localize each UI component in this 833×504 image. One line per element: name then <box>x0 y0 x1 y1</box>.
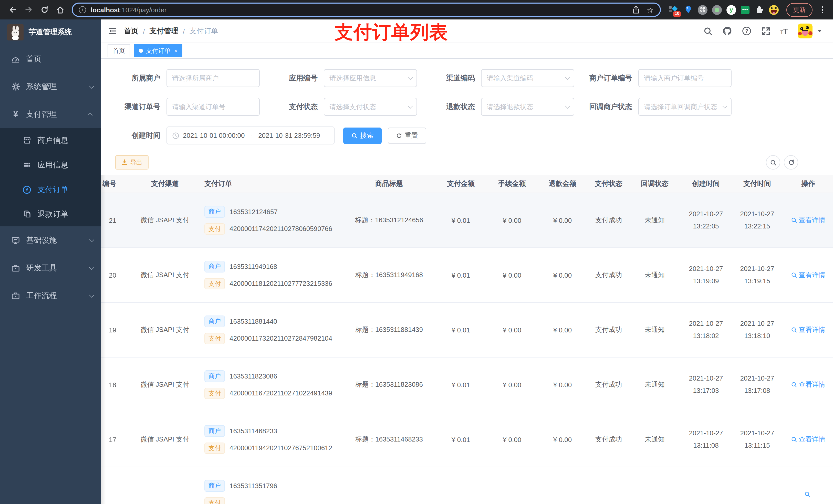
search-icon <box>791 217 797 223</box>
sidebar-item-label: 基础设施 <box>26 235 57 245</box>
browser-back-button[interactable] <box>5 2 20 17</box>
cell-amount: ¥ 0.01 <box>434 193 488 247</box>
view-detail-link[interactable]: 查看详情 <box>791 270 825 280</box>
cell-title: 标题：1635311823086 <box>344 358 434 412</box>
cell-channel: 微信 JSAPI 支付 <box>126 248 204 302</box>
toggle-search-button[interactable] <box>766 155 780 170</box>
cell-amount: ¥ 0.01 <box>434 412 488 466</box>
chevron-down-icon <box>89 237 94 242</box>
url-bar[interactable]: i localhost:1024/pay/order ☆ <box>72 3 661 17</box>
search-icon[interactable] <box>704 26 713 35</box>
sidebar-item-infra[interactable]: 基础设施 <box>0 226 101 254</box>
breadcrumb-home[interactable]: 首页 <box>124 26 138 35</box>
help-icon[interactable]: ? <box>742 26 752 36</box>
cell-pay-status: 支付成功 <box>589 303 628 357</box>
extension-green-dot-icon[interactable] <box>712 5 722 15</box>
sidebar-item-label: 首页 <box>26 54 42 64</box>
cell-amount: ¥ 0.01 <box>434 248 488 302</box>
sidebar-item-home[interactable]: 首页 <box>0 45 101 73</box>
sidebar-item-refund-order[interactable]: 退款订单 <box>0 202 101 226</box>
menu-fold-icon[interactable] <box>108 27 117 35</box>
callback-status-select[interactable]: 请选择订单回调商户状态 <box>638 98 732 116</box>
browser-forward-button[interactable] <box>21 2 36 17</box>
tab-home[interactable]: 首页 <box>108 44 130 57</box>
view-detail-link[interactable]: 查看详情 <box>791 325 825 334</box>
create-time-range-picker[interactable]: 2021-10-01 00:00:00 - 2021-10-31 23:59:5… <box>166 126 335 144</box>
avatar[interactable] <box>798 24 812 39</box>
fullscreen-icon[interactable] <box>762 26 771 35</box>
cell-channel: 微信 JSAPI 支付 <box>126 412 204 466</box>
tab-pay-order[interactable]: 支付订单 × <box>134 44 183 57</box>
sidebar-item-merchant-info[interactable]: 商户信息 <box>0 128 101 153</box>
avatar-caret-icon[interactable] <box>818 30 822 32</box>
table-header-cell: 支付订单 <box>204 175 344 193</box>
app-logo-row[interactable]: 芋道管理系统 <box>0 20 101 45</box>
extension-command-icon[interactable]: ⌘ <box>698 5 708 15</box>
extension-y-icon[interactable]: y <box>727 5 736 15</box>
extension-puzzle-icon[interactable] <box>754 5 764 15</box>
merchant-order-no: 1635312124657 <box>230 208 278 215</box>
search-button[interactable]: 搜索 <box>343 127 382 144</box>
merchant-input[interactable]: 请选择所属商户 <box>166 69 260 87</box>
channel-code-select[interactable]: 请输入渠道编码 <box>481 69 574 87</box>
app-no-select[interactable]: 请选择应用信息 <box>324 69 417 87</box>
cell-refund: ¥ 0.00 <box>537 412 589 466</box>
cell-notify-status: 未通知 <box>628 303 681 357</box>
pay-status-select[interactable]: 请选择支付状态 <box>324 98 417 116</box>
monitor-chart-icon <box>11 236 20 245</box>
cell-title: 标题：1635311468233 <box>344 412 434 466</box>
table-header-cell: 回调状态 <box>628 175 681 193</box>
sidebar-item-pay[interactable]: ¥ 支付管理 <box>0 100 101 128</box>
extension-strip: 10 ⌘ y 更新 <box>666 3 828 17</box>
merchant-order-no-input[interactable]: 请输入商户订单编号 <box>638 69 732 87</box>
pay-order-no: 4200001194202110276752100612 <box>230 444 332 452</box>
sidebar-item-devtools[interactable]: 研发工具 <box>0 254 101 282</box>
view-detail-link[interactable]: 查看详情 <box>791 380 825 389</box>
refresh-table-button[interactable] <box>784 155 798 170</box>
date-end: 2021-10-31 23:59:59 <box>258 131 320 139</box>
view-detail-link[interactable]: 查看详情 <box>791 216 825 225</box>
extension-chat-icon[interactable] <box>741 5 749 14</box>
reset-button[interactable]: 重置 <box>388 127 426 144</box>
pay-order-table: 编号支付渠道支付订单商品标题支付金额手续金额退款金额支付状态回调状态创建时间支付… <box>101 175 833 504</box>
cell-pay-order: 商户 1635312124657 支付 42000011742021102780… <box>204 193 344 247</box>
breadcrumb-pay[interactable]: 支付管理 <box>149 26 178 35</box>
briefcase-icon <box>11 264 20 272</box>
refund-status-select[interactable]: 请选择退款状态 <box>481 98 574 116</box>
merchant-order-no: 1635311351796 <box>230 482 277 489</box>
cell-pay-order: 商户 1635311881440 支付 42000011732021102728… <box>204 303 344 357</box>
sidebar-item-label: 应用信息 <box>38 160 68 170</box>
github-icon[interactable] <box>722 26 732 36</box>
sidebar-item-label: 研发工具 <box>26 263 57 273</box>
merchant-tag: 商户 <box>205 315 225 327</box>
browser-home-button[interactable] <box>53 2 68 17</box>
chevron-down-icon <box>89 292 94 297</box>
view-detail-link[interactable]: 查看详情 <box>791 435 825 444</box>
export-button[interactable]: 导出 <box>115 155 148 170</box>
view-detail-link[interactable] <box>804 491 812 497</box>
cell-notify-status: 未通知 <box>628 358 681 412</box>
cell-pay-status: 支付成功 <box>589 193 628 247</box>
browser-update-button[interactable]: 更新 <box>786 3 812 17</box>
sidebar-item-system[interactable]: 系统管理 <box>0 73 101 100</box>
extension-figma-icon[interactable]: 10 <box>668 5 678 15</box>
merchant-label: 所属商户 <box>102 73 166 83</box>
font-size-icon[interactable]: TT <box>781 27 788 35</box>
table-toolbar: 导出 <box>101 155 833 170</box>
share-icon[interactable] <box>632 6 640 14</box>
sidebar-item-pay-order[interactable]: ¥ 支付订单 <box>0 177 101 202</box>
table-header-cell: 创建时间 <box>681 175 731 193</box>
back-icon <box>8 6 17 14</box>
extension-balloon-icon[interactable] <box>683 5 693 15</box>
extension-emoji-icon[interactable] <box>769 5 779 15</box>
bookmark-star-icon[interactable]: ☆ <box>647 6 654 14</box>
cell-paid-time: 2021-10-27 13:17:08 <box>731 358 783 412</box>
sidebar-item-workflow[interactable]: 工作流程 <box>0 282 101 309</box>
close-icon[interactable]: × <box>174 48 177 54</box>
browser-reload-button[interactable] <box>37 2 52 17</box>
sidebar-item-app-info[interactable]: 应用信息 <box>0 153 101 177</box>
browser-menu-icon[interactable] <box>819 6 826 13</box>
channel-order-no-input[interactable]: 请输入渠道订单号 <box>166 98 260 116</box>
home-icon <box>56 5 65 14</box>
info-icon[interactable]: i <box>79 6 86 13</box>
